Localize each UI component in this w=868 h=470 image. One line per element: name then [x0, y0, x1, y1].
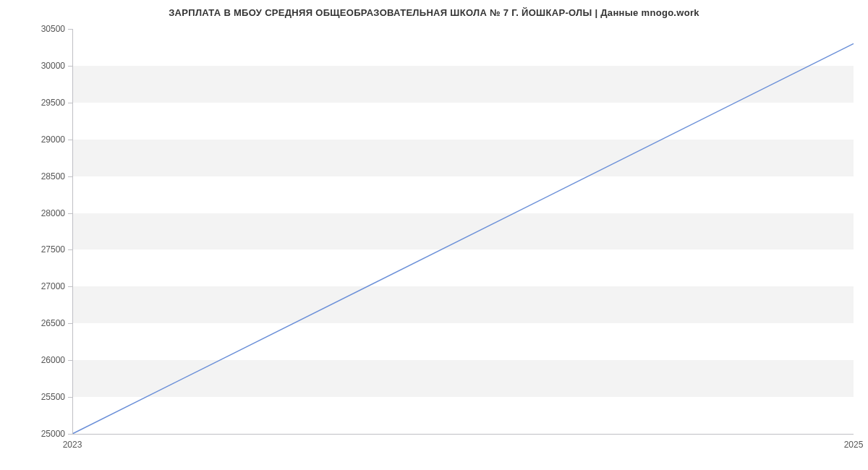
- y-tick-mark: [68, 66, 72, 67]
- y-tick-mark: [68, 176, 72, 177]
- x-axis-line: [72, 434, 854, 435]
- y-tick-label: 28000: [7, 208, 65, 218]
- y-tick-label: 27000: [7, 281, 65, 291]
- y-tick-mark: [68, 140, 72, 140]
- y-tick-mark: [68, 360, 72, 361]
- y-tick-mark: [68, 29, 72, 30]
- y-tick-label: 28500: [7, 171, 65, 181]
- chart-title: ЗАРПЛАТА В МБОУ СРЕДНЯЯ ОБЩЕОБРАЗОВАТЕЛЬ…: [0, 0, 868, 18]
- x-tick-label: 2023: [63, 440, 82, 450]
- y-tick-mark: [68, 249, 72, 250]
- y-tick-label: 26500: [7, 318, 65, 328]
- x-tick-label: 2025: [844, 440, 864, 450]
- line-series: [72, 29, 854, 434]
- y-tick-label: 29500: [7, 98, 65, 108]
- y-tick-mark: [68, 103, 72, 103]
- plot-area: [72, 29, 854, 434]
- chart-container: ЗАРПЛАТА В МБОУ СРЕДНЯЯ ОБЩЕОБРАЗОВАТЕЛЬ…: [0, 0, 868, 470]
- y-tick-label: 30000: [7, 61, 65, 71]
- y-tick-mark: [68, 323, 72, 324]
- y-tick-label: 30500: [7, 24, 65, 34]
- y-tick-mark: [68, 213, 72, 214]
- y-tick-mark: [68, 286, 72, 287]
- y-tick-label: 27500: [7, 244, 65, 255]
- y-tick-mark: [68, 434, 72, 435]
- y-tick-label: 26000: [7, 355, 65, 365]
- y-tick-label: 25500: [7, 392, 65, 402]
- y-axis-line: [72, 29, 73, 434]
- y-tick-mark: [68, 397, 72, 398]
- y-tick-label: 25000: [7, 429, 65, 439]
- y-tick-label: 29000: [7, 134, 65, 145]
